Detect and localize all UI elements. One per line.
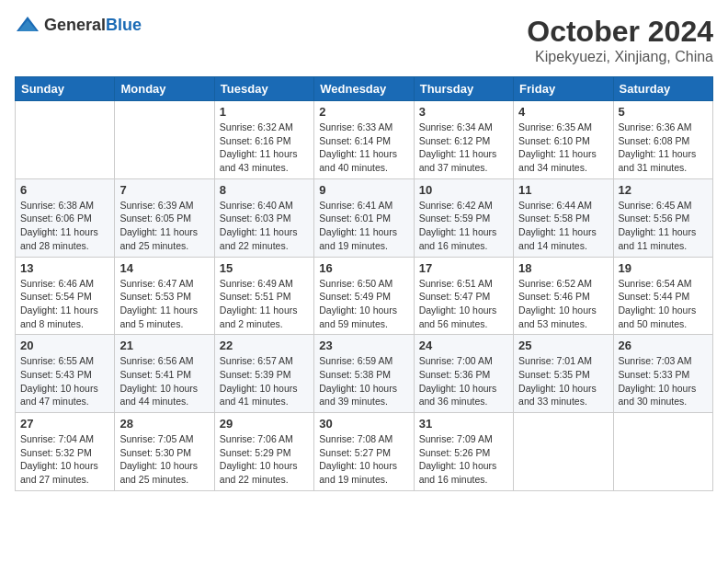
day-info: Sunrise: 7:04 AM Sunset: 5:32 PM Dayligh… <box>20 432 109 487</box>
logo-general: General <box>44 16 106 34</box>
day-number: 30 <box>319 417 408 431</box>
logo-text: GeneralBlue <box>44 16 142 35</box>
day-info: Sunrise: 6:36 AM Sunset: 6:08 PM Dayligh… <box>619 121 708 175</box>
week-row-4: 20Sunrise: 6:55 AM Sunset: 5:43 PM Dayli… <box>16 335 713 413</box>
day-info: Sunrise: 7:06 AM Sunset: 5:29 PM Dayligh… <box>220 432 309 487</box>
day-number: 31 <box>419 417 508 431</box>
day-info: Sunrise: 6:39 AM Sunset: 6:05 PM Dayligh… <box>119 199 209 253</box>
title-block: October 2024 Kipekyuezi, Xinjiang, China <box>527 15 713 65</box>
day-cell <box>514 413 613 491</box>
week-row-2: 6Sunrise: 6:38 AM Sunset: 6:06 PM Daylig… <box>16 178 713 257</box>
day-number: 17 <box>419 261 508 275</box>
day-number: 9 <box>319 183 408 197</box>
day-cell: 11Sunrise: 6:44 AM Sunset: 5:58 PM Dayli… <box>514 178 613 257</box>
weekday-header-wednesday: Wednesday <box>314 77 414 101</box>
day-info: Sunrise: 6:32 AM Sunset: 6:16 PM Dayligh… <box>220 121 309 175</box>
day-info: Sunrise: 7:01 AM Sunset: 5:35 PM Dayligh… <box>518 354 608 408</box>
day-number: 16 <box>319 261 408 275</box>
day-number: 13 <box>20 261 109 275</box>
day-cell <box>613 413 712 491</box>
day-number: 3 <box>419 105 508 119</box>
day-cell: 5Sunrise: 6:36 AM Sunset: 6:08 PM Daylig… <box>613 101 712 179</box>
day-cell: 22Sunrise: 6:57 AM Sunset: 5:39 PM Dayli… <box>214 335 313 413</box>
day-info: Sunrise: 6:47 AM Sunset: 5:53 PM Dayligh… <box>119 277 209 331</box>
weekday-header-monday: Monday <box>115 77 214 101</box>
day-info: Sunrise: 7:00 AM Sunset: 5:36 PM Dayligh… <box>419 354 508 408</box>
weekday-header-row: SundayMondayTuesdayWednesdayThursdayFrid… <box>16 77 713 101</box>
day-cell: 9Sunrise: 6:41 AM Sunset: 6:01 PM Daylig… <box>314 178 414 257</box>
logo-blue: Blue <box>106 16 142 34</box>
logo: GeneralBlue <box>15 15 142 35</box>
day-cell: 3Sunrise: 6:34 AM Sunset: 6:12 PM Daylig… <box>414 101 513 179</box>
day-number: 20 <box>20 339 109 352</box>
day-number: 18 <box>518 261 608 275</box>
day-cell: 10Sunrise: 6:42 AM Sunset: 5:59 PM Dayli… <box>414 178 513 257</box>
day-cell: 31Sunrise: 7:09 AM Sunset: 5:26 PM Dayli… <box>414 413 513 491</box>
day-number: 27 <box>20 417 109 431</box>
day-info: Sunrise: 6:34 AM Sunset: 6:12 PM Dayligh… <box>419 121 508 175</box>
day-cell: 13Sunrise: 6:46 AM Sunset: 5:54 PM Dayli… <box>16 257 115 335</box>
day-info: Sunrise: 6:59 AM Sunset: 5:38 PM Dayligh… <box>319 354 408 408</box>
day-cell: 27Sunrise: 7:04 AM Sunset: 5:32 PM Dayli… <box>16 413 115 491</box>
weekday-header-friday: Friday <box>514 77 613 101</box>
day-info: Sunrise: 7:09 AM Sunset: 5:26 PM Dayligh… <box>419 432 508 487</box>
day-info: Sunrise: 6:49 AM Sunset: 5:51 PM Dayligh… <box>220 277 309 331</box>
day-cell: 21Sunrise: 6:56 AM Sunset: 5:41 PM Dayli… <box>115 335 214 413</box>
calendar-table: SundayMondayTuesdayWednesdayThursdayFrid… <box>15 76 713 491</box>
day-cell: 24Sunrise: 7:00 AM Sunset: 5:36 PM Dayli… <box>414 335 513 413</box>
day-info: Sunrise: 6:55 AM Sunset: 5:43 PM Dayligh… <box>20 354 109 408</box>
day-cell: 18Sunrise: 6:52 AM Sunset: 5:46 PM Dayli… <box>514 257 613 335</box>
day-number: 29 <box>220 417 309 431</box>
day-cell: 7Sunrise: 6:39 AM Sunset: 6:05 PM Daylig… <box>115 178 214 257</box>
day-cell: 2Sunrise: 6:33 AM Sunset: 6:14 PM Daylig… <box>314 101 414 179</box>
page-header: GeneralBlue October 2024 Kipekyuezi, Xin… <box>15 15 713 65</box>
day-info: Sunrise: 6:50 AM Sunset: 5:49 PM Dayligh… <box>319 277 408 331</box>
day-cell: 17Sunrise: 6:51 AM Sunset: 5:47 PM Dayli… <box>414 257 513 335</box>
day-number: 10 <box>419 183 508 197</box>
month-title: October 2024 <box>527 15 713 49</box>
day-cell: 20Sunrise: 6:55 AM Sunset: 5:43 PM Dayli… <box>16 335 115 413</box>
week-row-1: 1Sunrise: 6:32 AM Sunset: 6:16 PM Daylig… <box>16 101 713 179</box>
day-number: 4 <box>518 105 608 119</box>
day-info: Sunrise: 6:35 AM Sunset: 6:10 PM Dayligh… <box>518 121 608 175</box>
day-cell: 4Sunrise: 6:35 AM Sunset: 6:10 PM Daylig… <box>514 101 613 179</box>
day-info: Sunrise: 6:52 AM Sunset: 5:46 PM Dayligh… <box>518 277 608 331</box>
day-number: 12 <box>619 183 708 197</box>
day-number: 21 <box>119 339 209 352</box>
day-info: Sunrise: 6:38 AM Sunset: 6:06 PM Dayligh… <box>20 199 109 253</box>
day-cell: 12Sunrise: 6:45 AM Sunset: 5:56 PM Dayli… <box>613 178 712 257</box>
day-cell: 1Sunrise: 6:32 AM Sunset: 6:16 PM Daylig… <box>214 101 313 179</box>
day-number: 11 <box>518 183 608 197</box>
week-row-5: 27Sunrise: 7:04 AM Sunset: 5:32 PM Dayli… <box>16 413 713 491</box>
day-cell: 14Sunrise: 6:47 AM Sunset: 5:53 PM Dayli… <box>115 257 214 335</box>
day-number: 14 <box>119 261 209 275</box>
day-number: 24 <box>419 339 508 352</box>
weekday-header-thursday: Thursday <box>414 77 513 101</box>
day-cell: 8Sunrise: 6:40 AM Sunset: 6:03 PM Daylig… <box>214 178 313 257</box>
day-number: 22 <box>220 339 309 352</box>
day-cell: 16Sunrise: 6:50 AM Sunset: 5:49 PM Dayli… <box>314 257 414 335</box>
day-number: 5 <box>619 105 708 119</box>
day-info: Sunrise: 6:45 AM Sunset: 5:56 PM Dayligh… <box>619 199 708 253</box>
day-info: Sunrise: 6:33 AM Sunset: 6:14 PM Dayligh… <box>319 121 408 175</box>
day-cell: 26Sunrise: 7:03 AM Sunset: 5:33 PM Dayli… <box>613 335 712 413</box>
weekday-header-tuesday: Tuesday <box>214 77 313 101</box>
day-number: 25 <box>518 339 608 352</box>
day-number: 7 <box>119 183 209 197</box>
day-cell <box>115 101 214 179</box>
weekday-header-saturday: Saturday <box>613 77 712 101</box>
day-info: Sunrise: 6:57 AM Sunset: 5:39 PM Dayligh… <box>220 354 309 408</box>
day-info: Sunrise: 6:46 AM Sunset: 5:54 PM Dayligh… <box>20 277 109 331</box>
day-info: Sunrise: 6:54 AM Sunset: 5:44 PM Dayligh… <box>619 277 708 331</box>
day-info: Sunrise: 6:40 AM Sunset: 6:03 PM Dayligh… <box>220 199 309 253</box>
day-info: Sunrise: 7:08 AM Sunset: 5:27 PM Dayligh… <box>319 432 408 487</box>
day-number: 19 <box>619 261 708 275</box>
day-number: 2 <box>319 105 408 119</box>
day-number: 23 <box>319 339 408 352</box>
day-info: Sunrise: 7:03 AM Sunset: 5:33 PM Dayligh… <box>619 354 708 408</box>
day-cell <box>16 101 115 179</box>
day-number: 6 <box>20 183 109 197</box>
day-info: Sunrise: 6:42 AM Sunset: 5:59 PM Dayligh… <box>419 199 508 253</box>
day-cell: 6Sunrise: 6:38 AM Sunset: 6:06 PM Daylig… <box>16 178 115 257</box>
location: Kipekyuezi, Xinjiang, China <box>527 49 713 65</box>
